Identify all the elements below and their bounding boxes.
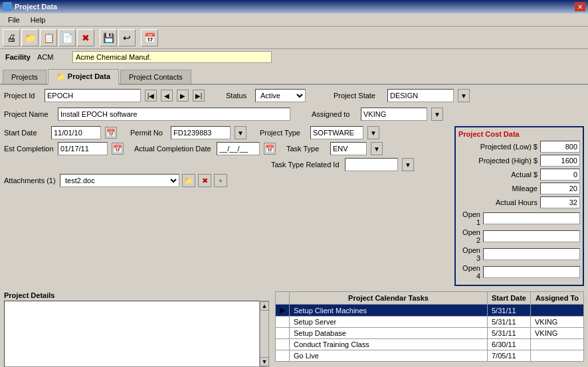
task-assigned-to bbox=[531, 339, 584, 350]
task-start-date: 5/31/11 bbox=[488, 305, 531, 317]
status-select[interactable]: Active Inactive Complete Pending bbox=[255, 89, 306, 102]
open1-label: Open 1 bbox=[458, 210, 480, 226]
mileage-row: Mileage bbox=[458, 183, 580, 194]
project-state-label: Project State bbox=[334, 92, 383, 100]
project-state-input[interactable] bbox=[387, 89, 454, 102]
project-state-dropdown[interactable]: ▼ bbox=[458, 89, 470, 102]
toolbar-copy[interactable]: 📋 bbox=[40, 29, 57, 46]
calendar-tasks-area: Project Calendar Tasks Start Date Assign… bbox=[275, 291, 584, 367]
open1-row: Open 1 bbox=[458, 210, 580, 226]
toolbar-save[interactable]: 💾 bbox=[100, 29, 117, 46]
permit-no-label: Permit No bbox=[130, 129, 167, 137]
projected-low-label: Projected (Low) $ bbox=[458, 143, 538, 151]
project-id-input[interactable] bbox=[45, 89, 141, 102]
menu-help[interactable]: Help bbox=[25, 15, 51, 25]
project-type-dropdown[interactable]: ▼ bbox=[367, 126, 379, 139]
actual-completion-calendar[interactable]: 📅 bbox=[264, 143, 276, 155]
toolbar-new[interactable]: 📄 bbox=[58, 29, 76, 46]
open3-input[interactable] bbox=[483, 248, 580, 260]
start-date-input[interactable] bbox=[51, 126, 101, 139]
table-row[interactable]: ▶ Setup Client Machines 5/31/11 bbox=[276, 305, 584, 317]
est-completion-label: Est Completion bbox=[4, 145, 54, 153]
table-row[interactable]: Go Live 7/05/11 bbox=[276, 350, 584, 362]
actual-label: Actual $ bbox=[458, 171, 538, 179]
nav-prev[interactable]: ◀ bbox=[161, 90, 173, 102]
task-name: Setup Server bbox=[290, 317, 488, 328]
menu-file[interactable]: File bbox=[3, 15, 25, 25]
tab-project-contacts[interactable]: Project Contacts bbox=[120, 70, 191, 84]
scroll-down[interactable]: ▼ bbox=[260, 357, 269, 366]
open1-input[interactable] bbox=[483, 212, 580, 224]
facility-name: Acme Chemical Manuf. bbox=[72, 51, 272, 63]
status-label: Status bbox=[226, 92, 251, 100]
title-bar: Project Data ✕ bbox=[0, 0, 588, 13]
nav-first[interactable]: |◀ bbox=[145, 90, 157, 102]
tab-projects[interactable]: Projects bbox=[3, 70, 47, 84]
projected-high-row: Projected (High) $ bbox=[458, 155, 580, 167]
permit-no-dropdown[interactable]: ▼ bbox=[235, 126, 246, 139]
assigned-to-input[interactable] bbox=[361, 108, 427, 121]
project-details-label: Project Details bbox=[4, 291, 270, 299]
table-row[interactable]: Setup Server 5/31/11 VKING bbox=[276, 317, 584, 328]
toolbar-delete[interactable]: ✖ bbox=[77, 29, 94, 46]
title-text: Project Data bbox=[15, 3, 57, 11]
table-row[interactable]: Setup Database 5/31/11 VKING bbox=[276, 328, 584, 339]
projected-low-input[interactable] bbox=[540, 141, 580, 153]
app-icon bbox=[3, 2, 12, 11]
calendar-tasks-table: Project Calendar Tasks Start Date Assign… bbox=[275, 291, 584, 362]
task-start-date: 7/05/11 bbox=[488, 350, 531, 362]
actual-row: Actual $ bbox=[458, 169, 580, 181]
project-type-label: Project Type bbox=[260, 129, 306, 137]
toolbar-calendar[interactable]: 📅 bbox=[141, 29, 158, 46]
toolbar-undo[interactable]: ↩ bbox=[118, 29, 136, 46]
task-related-label: Task Type Related Id bbox=[271, 161, 341, 169]
attachments-combo[interactable]: test2.doc bbox=[60, 174, 179, 187]
actual-hours-label: Actual Hours bbox=[458, 198, 538, 206]
task-type-dropdown[interactable]: ▼ bbox=[371, 142, 383, 155]
table-row[interactable]: Conduct Training Class 6/30/11 bbox=[276, 339, 584, 350]
task-related-dropdown[interactable]: ▼ bbox=[402, 158, 414, 171]
assigned-to-dropdown[interactable]: ▼ bbox=[431, 108, 443, 121]
project-type-input[interactable] bbox=[310, 126, 363, 139]
nav-next[interactable]: ▶ bbox=[177, 90, 189, 102]
task-start-date: 6/30/11 bbox=[488, 339, 531, 350]
est-completion-input[interactable] bbox=[58, 142, 108, 155]
project-details-area: Project Details ▲ ▼ bbox=[4, 291, 270, 367]
actual-input[interactable] bbox=[540, 169, 580, 181]
cost-data-panel: Project Cost Data Projected (Low) $ Proj… bbox=[454, 126, 584, 286]
attachment-add[interactable]: + bbox=[214, 174, 227, 187]
task-assigned-to bbox=[531, 350, 584, 362]
attachment-delete[interactable]: ✖ bbox=[198, 174, 211, 187]
actual-hours-input[interactable] bbox=[540, 196, 580, 208]
actual-hours-row: Actual Hours bbox=[458, 196, 580, 208]
nav-last[interactable]: ▶| bbox=[193, 90, 205, 102]
facility-label: Facility bbox=[3, 53, 33, 61]
two-col-area: Start Date 📅 Permit No ▼ Project Type ▼ … bbox=[4, 126, 584, 286]
tab-project-data[interactable]: 📁 Project Data bbox=[48, 69, 119, 85]
task-related-input[interactable] bbox=[345, 158, 398, 171]
open4-input[interactable] bbox=[483, 266, 580, 278]
task-assigned-to: VKING bbox=[531, 317, 584, 328]
projected-high-input[interactable] bbox=[540, 155, 580, 167]
task-related-row: Task Type Related Id ▼ bbox=[4, 158, 449, 171]
open4-row: Open 4 bbox=[458, 264, 580, 280]
task-type-input[interactable] bbox=[330, 142, 367, 155]
project-name-row: Project Name Assigned to ▼ bbox=[4, 108, 584, 121]
start-date-calendar[interactable]: 📅 bbox=[105, 127, 117, 139]
attachment-open[interactable]: 📁 bbox=[182, 174, 195, 187]
est-completion-calendar[interactable]: 📅 bbox=[112, 143, 124, 155]
left-col: Start Date 📅 Permit No ▼ Project Type ▼ … bbox=[4, 126, 449, 286]
toolbar-open[interactable]: 📁 bbox=[21, 29, 39, 46]
permit-no-input[interactable] bbox=[171, 126, 231, 139]
scroll-up[interactable]: ▲ bbox=[260, 301, 269, 311]
open2-input[interactable] bbox=[483, 230, 580, 242]
mileage-input[interactable] bbox=[540, 183, 580, 194]
details-scrollbar[interactable]: ▲ ▼ bbox=[260, 301, 269, 367]
est-completion-row: Est Completion 📅 Actual Completion Date … bbox=[4, 142, 449, 155]
projected-high-label: Projected (High) $ bbox=[458, 157, 538, 165]
close-button[interactable]: ✕ bbox=[575, 2, 585, 11]
project-name-input[interactable] bbox=[58, 108, 290, 121]
actual-completion-input[interactable] bbox=[217, 142, 260, 155]
project-details-textarea[interactable] bbox=[4, 301, 260, 367]
toolbar-print[interactable]: 🖨 bbox=[3, 29, 20, 46]
